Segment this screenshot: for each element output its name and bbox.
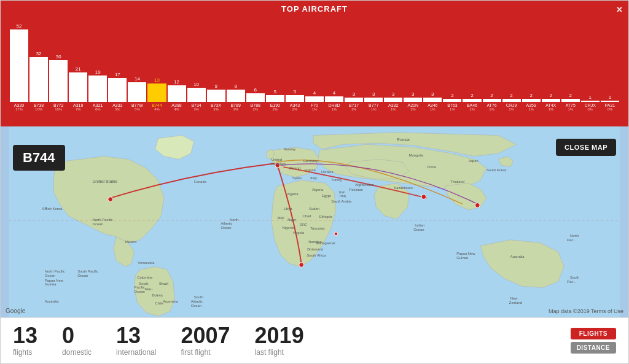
- distance-button[interactable]: DISTANCE: [571, 342, 616, 354]
- bar-item-b763[interactable]: 2 B763 1%: [443, 93, 461, 111]
- flights-number: 13: [13, 325, 37, 347]
- bar-label: A320: [14, 103, 24, 107]
- flights-button[interactable]: FLIGHTS: [571, 328, 616, 339]
- svg-text:Libya: Libya: [283, 207, 292, 211]
- bar-rect: [561, 99, 580, 102]
- close-button[interactable]: ×: [617, 4, 622, 15]
- bar-item-b77w[interactable]: 14 B77W 5%: [128, 76, 146, 111]
- bar-item-a320[interactable]: 52 A320 17%: [10, 23, 28, 111]
- svg-text:Ocean: Ocean: [134, 290, 144, 293]
- bar-pct: 1%: [332, 107, 337, 111]
- svg-text:Venezuela: Venezuela: [138, 261, 155, 265]
- svg-text:Ocean: Ocean: [191, 304, 201, 308]
- svg-text:DRC: DRC: [300, 223, 308, 227]
- svg-text:Turkey: Turkey: [331, 178, 342, 182]
- svg-text:South Korea: South Korea: [42, 207, 63, 211]
- bar-count: 21: [76, 66, 81, 72]
- bar-pct: 1%: [430, 107, 436, 111]
- bar-pct: 10%: [55, 107, 62, 111]
- google-attribution: Google: [6, 308, 25, 314]
- bar-rect: [246, 93, 265, 102]
- bar-item-a359[interactable]: 2 A359 1%: [522, 93, 541, 111]
- bar-pct: 2%: [292, 107, 298, 111]
- svg-text:South Korea: South Korea: [486, 168, 507, 172]
- svg-text:Zealand: Zealand: [509, 301, 522, 304]
- svg-text:Ocean: Ocean: [221, 226, 231, 230]
- bar-item-at4x[interactable]: 2 AT4X 1%: [542, 93, 560, 111]
- bar-item-f70[interactable]: 4 F70 1%: [305, 90, 324, 111]
- svg-text:Ocean: Ocean: [92, 222, 103, 226]
- map-data-attribution: Map data ©2019 Terms of Use: [549, 308, 623, 314]
- svg-text:Ukraine: Ukraine: [321, 170, 334, 174]
- bar-item-b789[interactable]: 9 B789 3%: [227, 83, 245, 111]
- bar-item-a321[interactable]: 19 A321 6%: [88, 69, 107, 111]
- bar-item-a319[interactable]: 21 A319 7%: [69, 66, 87, 111]
- bar-item-b73x[interactable]: 9 B73X 3%: [207, 83, 225, 111]
- bar-item-a333[interactable]: 17 A333 5%: [108, 72, 127, 111]
- bar-item-e190[interactable]: 5 E190 2%: [266, 89, 284, 111]
- bar-item-pa31[interactable]: 1 PA31 0%: [601, 95, 619, 111]
- bar-pct: 3%: [233, 107, 238, 111]
- international-number: 13: [116, 325, 141, 347]
- bar-item-at76[interactable]: 2 AT76 1%: [483, 93, 501, 111]
- svg-text:Saudi Arabia: Saudi Arabia: [331, 199, 352, 203]
- svg-text:Guinea: Guinea: [45, 282, 57, 286]
- bar-item-b734[interactable]: 10 B734 3%: [187, 82, 206, 111]
- svg-text:South: South: [570, 276, 579, 279]
- bar-rect: [286, 95, 304, 102]
- bar-count: 32: [36, 51, 42, 56]
- svg-text:Afghanistan: Afghanistan: [355, 183, 374, 187]
- bar-count: 2: [471, 93, 473, 98]
- bar-item-a343[interactable]: 5 A343 2%: [286, 89, 304, 111]
- bar-pct: 1%: [312, 107, 318, 111]
- map-section: United States North Pacific Ocean North …: [1, 126, 628, 317]
- bar-pct: 1%: [469, 107, 475, 111]
- svg-text:Iraq: Iraq: [340, 194, 346, 198]
- bar-item-a332[interactable]: 3 A332 1%: [384, 91, 402, 111]
- bar-item-a346[interactable]: 3 A346 1%: [423, 91, 442, 111]
- bar-item-crj9[interactable]: 2 CRJ9 1%: [502, 93, 521, 111]
- bar-count: 2: [549, 93, 552, 98]
- bar-item-b744[interactable]: 13 B744 4%: [147, 77, 166, 111]
- bar-rect: [168, 85, 186, 102]
- bar-label: A359: [526, 103, 536, 107]
- international-label: international: [116, 348, 156, 357]
- bar-item-a388[interactable]: 12 A388 4%: [168, 79, 186, 111]
- svg-text:Germany: Germany: [303, 159, 318, 163]
- bar-rect: [502, 99, 521, 102]
- last-flight-label: last flight: [255, 348, 284, 357]
- svg-text:South: South: [139, 282, 148, 285]
- bar-item-b717[interactable]: 3 B717 1%: [345, 91, 363, 111]
- bar-item-b788[interactable]: 6 B788 2%: [246, 87, 265, 111]
- svg-text:Canada: Canada: [194, 180, 207, 184]
- svg-text:North Pacific: North Pacific: [45, 269, 65, 273]
- bar-rect: [108, 78, 127, 102]
- bar-item-b777[interactable]: 3 B777 1%: [364, 91, 383, 111]
- bar-rect: [423, 98, 442, 102]
- bar-item-dh8d[interactable]: 4 DH8D 1%: [325, 90, 343, 111]
- svg-text:Australia: Australia: [510, 255, 525, 258]
- bar-pct: 5%: [135, 107, 140, 111]
- bar-item-ba46[interactable]: 2 BA46 1%: [463, 93, 481, 111]
- bar-rect: [463, 99, 481, 102]
- bar-count: 2: [529, 93, 532, 98]
- bar-item-b738[interactable]: 32 B738 10%: [29, 51, 48, 111]
- svg-text:Australia: Australia: [45, 300, 59, 303]
- close-map-button[interactable]: CLOSE MAP: [556, 139, 616, 156]
- bar-label: A20N: [408, 103, 419, 107]
- bar-item-a20n[interactable]: 3 A20N 1%: [404, 91, 422, 111]
- domestic-label: domestic: [62, 348, 92, 357]
- bar-label: PA31: [605, 103, 615, 107]
- bar-count: 1: [609, 95, 611, 100]
- bar-count: 4: [333, 90, 335, 96]
- bar-item-at75[interactable]: 2 AT75 1%: [561, 93, 580, 111]
- svg-text:Poland: Poland: [289, 166, 300, 170]
- bar-label: A388: [171, 103, 181, 107]
- svg-text:Ocean: Ocean: [77, 274, 88, 277]
- bar-item-b772[interactable]: 30 B772 10%: [49, 54, 68, 111]
- svg-text:Pac...: Pac...: [567, 238, 576, 242]
- bar-count: 2: [510, 93, 512, 98]
- chart-section: TOP AIRCRAFT × 52 A320 17% 32 B738 10% 3…: [1, 1, 628, 126]
- bar-item-crjx[interactable]: 1 CRJX 0%: [581, 95, 600, 111]
- bar-pct: 1%: [351, 107, 357, 111]
